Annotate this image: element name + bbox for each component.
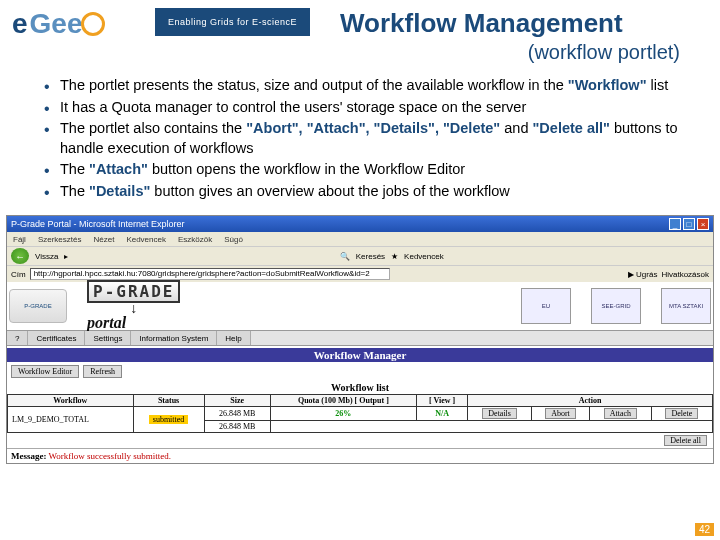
bullet-5: The "Details" button gives an overview a…: [44, 182, 690, 202]
menu-file[interactable]: Fájl: [13, 235, 26, 244]
tab-help[interactable]: Help: [217, 331, 250, 345]
logo-gee: Gee: [30, 8, 83, 40]
delete-all-button[interactable]: Delete all: [664, 435, 707, 446]
close-icon[interactable]: ×: [697, 218, 709, 230]
slide-subtitle: (workflow portlet): [340, 41, 720, 64]
refresh-button[interactable]: Refresh: [83, 365, 122, 378]
cell-details: Details: [468, 407, 532, 421]
favorites-label[interactable]: Kedvencek: [404, 252, 444, 261]
go-icon: ▶: [628, 270, 634, 279]
tab-settings[interactable]: Settings: [85, 331, 131, 345]
address-input[interactable]: http://hgportal.hpcc.sztaki.hu:7080/grid…: [30, 268, 390, 280]
cell-output: N/A: [416, 407, 467, 421]
wm-toolbar: Workflow Editor Refresh: [7, 362, 713, 381]
message-text: Workflow successfully submitted.: [49, 451, 172, 461]
page-number: 42: [695, 523, 714, 536]
pgrade-badge-logo: P-GRADE: [9, 289, 67, 323]
tab-certificates[interactable]: Certificates: [28, 331, 85, 345]
status-badge: submitted: [149, 415, 189, 424]
col-view: [ View ]: [416, 395, 467, 407]
tab-info-system[interactable]: Information System: [131, 331, 217, 345]
workflow-table: Workflow Status Size Quota (100 Mb) [ Ou…: [7, 394, 713, 433]
portal-tabs: ? Certificates Settings Information Syst…: [7, 330, 713, 346]
tagline-bar: Enabling Grids for E-sciencE: [155, 8, 310, 36]
menu-fav[interactable]: Kedvencek: [126, 235, 166, 244]
address-label: Cím: [11, 270, 26, 279]
tab-help-icon[interactable]: ?: [7, 331, 28, 345]
egee-logo: e Gee: [0, 8, 155, 40]
menu-tools[interactable]: Eszközök: [178, 235, 212, 244]
logo-circle-icon: [81, 12, 105, 36]
tagline-text: Enabling Grids for E-sciencE: [168, 17, 297, 27]
slide-title: Workflow Management: [340, 8, 720, 39]
seegrid-logo: SEE-GRID: [591, 288, 641, 324]
cell-quota: 26%: [270, 407, 416, 421]
table-header-row: Workflow Status Size Quota (100 Mb) [ Ou…: [8, 395, 713, 407]
back-label[interactable]: Vissza: [35, 252, 58, 261]
portal-header: P-GRADE P-GRADE ↓ portal EU SEE-GRID MTA…: [7, 282, 713, 330]
menu-view[interactable]: Nézet: [93, 235, 114, 244]
go-button[interactable]: ▶Ugrás: [628, 270, 657, 279]
cell-abort: Abort: [532, 407, 590, 421]
cell-workflow-name: LM_9_DEMO_TOTAL: [8, 407, 134, 433]
details-button[interactable]: Details: [482, 408, 517, 419]
back-icon[interactable]: ←: [11, 248, 29, 264]
cell-attach: Attach: [589, 407, 651, 421]
sztaki-logo: MTA SZTAKI: [661, 288, 711, 324]
maximize-icon[interactable]: □: [683, 218, 695, 230]
search-icon[interactable]: 🔍: [340, 252, 350, 261]
ie-title: P-Grade Portal - Microsoft Internet Expl…: [11, 219, 185, 229]
bullet-body: The portlet presents the status, size an…: [0, 64, 720, 211]
ie-toolbar: ← Vissza ▸ 🔍 Keresés ★ Kedvencek: [7, 246, 713, 266]
workflow-editor-button[interactable]: Workflow Editor: [11, 365, 79, 378]
logo-e: e: [12, 8, 28, 40]
col-action: Action: [468, 395, 713, 407]
col-quota: Quota (100 Mb) [ Output ]: [270, 395, 416, 407]
title-area: Workflow Management (workflow portlet): [310, 8, 720, 64]
attach-button[interactable]: Attach: [604, 408, 637, 419]
bullet-4: The "Attach" button opens the workflow i…: [44, 160, 690, 180]
eu-logo: EU: [521, 288, 571, 324]
ie-menubar[interactable]: Fájl Szerkesztés Nézet Kedvencek Eszközö…: [7, 232, 713, 246]
table-row: LM_9_DEMO_TOTAL submitted 26.848 MB 26% …: [8, 407, 713, 421]
workflow-list-title: Workflow list: [7, 382, 713, 393]
col-workflow: Workflow: [8, 395, 134, 407]
bullet-2: It has a Quota manager to control the us…: [44, 98, 690, 118]
cell-size2: 26.848 MB: [204, 421, 270, 433]
cell-status: submitted: [133, 407, 204, 433]
links-label[interactable]: Hivatkozások: [661, 270, 709, 279]
arrow-down-icon: ↓: [87, 303, 180, 314]
ie-titlebar[interactable]: P-Grade Portal - Microsoft Internet Expl…: [7, 216, 713, 232]
delete-button[interactable]: Delete: [665, 408, 698, 419]
forward-icon[interactable]: ▸: [64, 252, 68, 261]
workflow-manager-banner: Workflow Manager: [7, 348, 713, 362]
col-status: Status: [133, 395, 204, 407]
col-size: Size: [204, 395, 270, 407]
abort-button[interactable]: Abort: [545, 408, 576, 419]
portal-word: portal: [87, 314, 180, 332]
menu-help[interactable]: Súgó: [224, 235, 243, 244]
message-row: Message: Workflow successfully submitted…: [7, 448, 713, 463]
cell-delete: Delete: [651, 407, 712, 421]
delete-all-row: Delete all: [7, 433, 713, 448]
minimize-icon[interactable]: _: [669, 218, 681, 230]
message-label: Message:: [11, 451, 47, 461]
search-label[interactable]: Keresés: [356, 252, 385, 261]
favorites-icon[interactable]: ★: [391, 252, 398, 261]
menu-edit[interactable]: Szerkesztés: [38, 235, 82, 244]
bullet-3: The portlet also contains the "Abort", "…: [44, 119, 690, 158]
cell-size: 26.848 MB: [204, 407, 270, 421]
bullet-1: The portlet presents the status, size an…: [44, 76, 690, 96]
slide-header: e Gee Enabling Grids for E-sciencE Workf…: [0, 0, 720, 64]
embedded-screenshot: P-Grade Portal - Microsoft Internet Expl…: [6, 215, 714, 464]
